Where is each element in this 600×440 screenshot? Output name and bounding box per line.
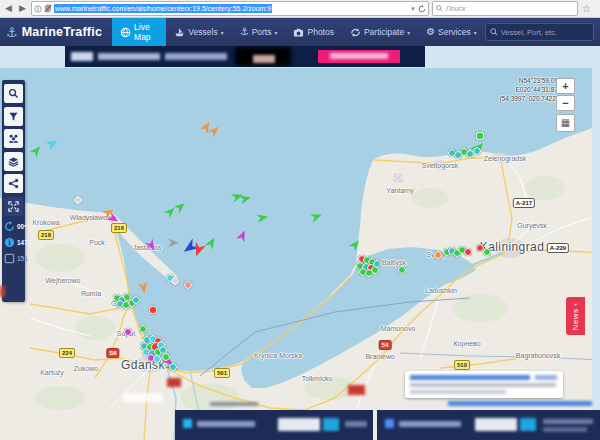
vessel-marker-underway[interactable] xyxy=(190,242,205,259)
map-label-корнево: Корнево xyxy=(453,340,480,347)
ad-banner-blurred[interactable] xyxy=(65,46,425,67)
vessel-marker-moored[interactable] xyxy=(74,196,82,204)
vessel-marker-underway[interactable] xyxy=(138,281,149,294)
map-label-tolkmicko: Tolkmicko xyxy=(302,375,333,382)
share-button[interactable] xyxy=(4,174,23,193)
vessel-search-placeholder: Vessel, Port, etc. xyxy=(501,28,557,37)
vessel-marker-moored[interactable] xyxy=(169,363,177,371)
chevron-down-icon: ▾ xyxy=(274,29,277,36)
vessel-marker-moored[interactable] xyxy=(476,132,485,141)
vessel-marker-underway[interactable] xyxy=(167,238,178,247)
nav-item-participate[interactable]: Participate▾ xyxy=(342,18,418,46)
map-label-żukowo: Żukowo xyxy=(74,365,99,372)
sidebar-stat[interactable]: 151 xyxy=(4,253,24,264)
vessel-marker-moored[interactable] xyxy=(132,296,140,304)
vessel-marker-underway[interactable] xyxy=(238,192,251,204)
filters-button[interactable] xyxy=(4,107,23,126)
vessel-marker-moored[interactable] xyxy=(398,266,406,274)
sidebar-stat-value: 00ᵐ xyxy=(17,223,28,230)
map-label-kartuzy: Kartuzy xyxy=(40,369,64,376)
vessel-search-field[interactable]: Vessel, Port, etc. xyxy=(485,23,594,41)
nav-item-label: Photos xyxy=(307,27,333,37)
blurred-button xyxy=(475,418,517,431)
forward-icon[interactable]: ▶ xyxy=(17,3,28,14)
bottom-card-blurred[interactable] xyxy=(175,410,373,440)
map-label-guryevsk: Guryevsk xyxy=(517,222,547,229)
sidebar-stat[interactable]: 147K xyxy=(4,237,24,248)
vessel-marker-underway[interactable] xyxy=(173,199,187,213)
blurred-text xyxy=(410,390,506,394)
blurred-content xyxy=(253,55,275,63)
blurred-content xyxy=(345,421,367,427)
nav-item-ports[interactable]: ⚓Ports▾ xyxy=(232,18,286,46)
search-button[interactable] xyxy=(4,84,23,103)
sidebar-stat[interactable]: 00ᵐ xyxy=(4,221,24,232)
vessel-marker-moored[interactable] xyxy=(394,174,402,182)
vessel-marker-moored[interactable] xyxy=(434,251,442,259)
fleets-button[interactable] xyxy=(4,129,23,148)
back-icon[interactable]: ◀ xyxy=(3,3,14,14)
browser-search-placeholder: Поиск xyxy=(446,5,466,12)
vessel-marker-moored[interactable] xyxy=(153,355,161,363)
shield-blocked-icon[interactable] xyxy=(44,4,52,13)
search-icon xyxy=(490,28,498,36)
vessel-marker-underway[interactable] xyxy=(309,210,323,222)
blurred-content xyxy=(399,421,461,427)
nav-item-services[interactable]: ⚙Services▾ xyxy=(418,18,485,46)
ad-cta-button-blurred[interactable] xyxy=(318,50,400,63)
marinetraffic-logo[interactable]: ⚓ MarineTraffic xyxy=(0,25,112,39)
ship-icon xyxy=(174,27,185,38)
blurred-content xyxy=(71,52,93,61)
map-label-ladushkin: Ladushkin xyxy=(425,287,457,294)
participate-icon xyxy=(350,27,361,38)
browser-search-field[interactable]: Поиск xyxy=(432,1,578,16)
sb-layers-icon xyxy=(8,156,19,167)
road-sign-a-229: A-229 xyxy=(547,243,569,253)
zoom-out-button[interactable]: − xyxy=(556,95,575,111)
blurred-content xyxy=(385,419,394,428)
vessel-marker-underway[interactable] xyxy=(236,228,249,242)
coord-decimal: (54.3997, 020.7422) xyxy=(499,94,558,103)
nav-item-photos[interactable]: Photos xyxy=(285,18,341,46)
checkbox-icon xyxy=(4,253,15,264)
vessel-marker-underway[interactable] xyxy=(207,123,221,137)
sidebar-stat-value: 147K xyxy=(17,239,33,246)
bottom-card-blurred[interactable] xyxy=(377,410,600,440)
vessel-marker-moored[interactable] xyxy=(483,248,491,256)
bookmark-star-icon[interactable]: ☆ xyxy=(581,3,592,14)
info-icon[interactable] xyxy=(34,5,42,13)
vessel-marker-underway[interactable] xyxy=(348,237,362,251)
vessel-marker-underway[interactable] xyxy=(204,235,217,249)
vessel-marker-moored[interactable] xyxy=(162,353,170,361)
vessel-marker-moored[interactable] xyxy=(124,328,132,336)
vessel-marker-moored[interactable] xyxy=(149,306,158,315)
site-navbar: ⚓ MarineTraffic Live MapVessels▾⚓Ports▾P… xyxy=(0,18,600,46)
road-sign-224: 224 xyxy=(59,348,75,358)
nav-item-live-map[interactable]: Live Map xyxy=(112,18,166,46)
vessel-marker-underway[interactable] xyxy=(45,137,59,150)
dropdown-icon[interactable]: ▼ xyxy=(410,6,416,12)
map-style-button[interactable]: ▦ xyxy=(556,114,575,132)
notification-popup-blurred[interactable] xyxy=(405,371,563,398)
road-sign-218: 218 xyxy=(38,230,54,240)
vessel-marker-underway[interactable] xyxy=(29,143,43,157)
vessel-marker-moored[interactable] xyxy=(184,281,192,289)
nav-item-vessels[interactable]: Vessels▾ xyxy=(166,18,231,46)
url-text: www.marinetraffic.com/en/ais/home/center… xyxy=(54,4,272,13)
address-bar[interactable]: www.marinetraffic.com/en/ais/home/center… xyxy=(31,1,429,16)
news-tab[interactable]: News ‹ xyxy=(566,297,585,335)
vessel-marker-moored[interactable] xyxy=(464,248,472,256)
zoom-in-button[interactable]: + xyxy=(556,78,575,94)
map-label-rumia: Rumia xyxy=(81,290,101,297)
expand-button[interactable] xyxy=(4,197,23,216)
vessel-marker-moored[interactable] xyxy=(473,147,481,155)
vessel-marker-moored[interactable] xyxy=(171,277,179,285)
chevron-down-icon: ▾ xyxy=(474,29,477,36)
vessel-marker-moored[interactable] xyxy=(373,260,381,268)
vessel-marker-underway[interactable] xyxy=(256,212,269,223)
news-tab-label: News ‹ xyxy=(571,302,580,330)
vessel-marker-underway[interactable] xyxy=(163,204,177,218)
vessel-marker-moored[interactable] xyxy=(139,325,147,333)
reload-icon[interactable] xyxy=(418,5,426,13)
layers-button[interactable] xyxy=(4,152,23,171)
